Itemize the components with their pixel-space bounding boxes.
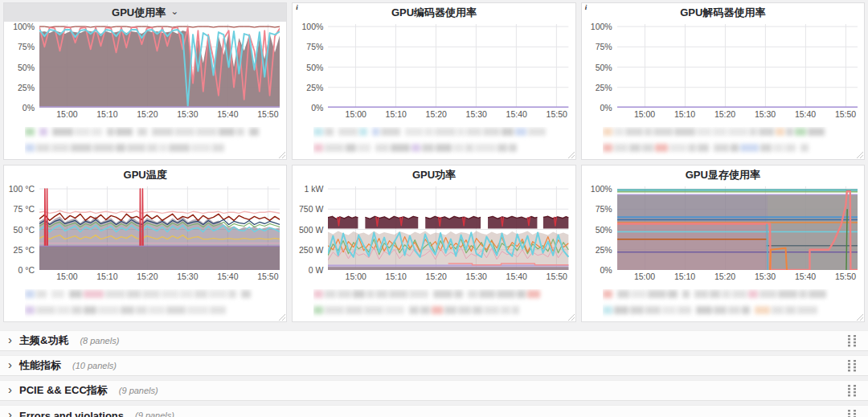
row-title: 主频&功耗 xyxy=(19,333,68,348)
panel-header-gpu-usage[interactable]: GPU使用率 ⌄ xyxy=(4,3,286,22)
row-perf-metrics[interactable]: › 性能指标 (10 panels) xyxy=(0,355,868,376)
x-axis: 15:0015:1015:2015:3015:4015:50 xyxy=(328,272,568,284)
legend-redacted-block xyxy=(785,306,796,314)
legend-redacted-block xyxy=(527,290,540,298)
legend-redacted-block xyxy=(778,290,797,298)
y-tick-label: 750 W xyxy=(299,204,323,214)
legend-color-swatch xyxy=(25,128,35,136)
legend-redacted-block xyxy=(358,144,371,152)
panel-resize-handle[interactable] xyxy=(567,151,575,158)
chart-plot-gpu-encoder[interactable] xyxy=(328,24,568,108)
chart-plot-gpu-temp[interactable] xyxy=(39,186,280,270)
y-tick-label: 50 °C xyxy=(14,225,35,235)
legend-redacted-block xyxy=(714,306,727,314)
x-tick-label: 15:00 xyxy=(346,272,366,281)
y-tick-label: 75% xyxy=(18,42,35,51)
legend-redacted-block xyxy=(614,306,628,314)
legend-redacted xyxy=(25,127,276,156)
legend-row-redacted[interactable] xyxy=(25,143,276,153)
chart-block: 0 W250 W500 W750 W1 kW xyxy=(293,186,568,270)
panel-resize-handle[interactable] xyxy=(278,313,285,321)
row-freq-power[interactable]: › 主频&功耗 (8 panels) xyxy=(0,330,868,351)
legend-redacted-block xyxy=(631,290,646,298)
legend-redacted-block xyxy=(219,128,235,136)
panel-resize-handle[interactable] xyxy=(278,151,285,158)
legend-redacted-block xyxy=(212,144,224,152)
legend-redacted-block xyxy=(444,306,457,314)
panel-header-gpu-decoder[interactable]: GPU解码器使用率 xyxy=(582,3,864,22)
legend-redacted-block xyxy=(71,144,92,152)
legend-redacted-block xyxy=(502,128,514,136)
x-axis: 15:0015:1015:2015:3015:4015:50 xyxy=(328,109,568,121)
legend-redacted-block xyxy=(376,290,387,298)
legend-redacted-block xyxy=(515,128,526,136)
row-drag-handle-icon[interactable] xyxy=(848,410,857,417)
collapsed-rows: › 主频&功耗 (8 panels) › 性能指标 (10 panels) › … xyxy=(0,330,868,417)
legend-redacted xyxy=(603,289,854,318)
panel-header-gpu-power[interactable]: GPU功率 xyxy=(293,166,575,184)
row-errors-violations[interactable]: › Errors and violations (9 panels) xyxy=(0,405,868,417)
panel-header-gpu-mem[interactable]: GPU显存使用率 xyxy=(582,166,864,184)
panel-resize-handle[interactable] xyxy=(856,151,863,158)
chart-canvas xyxy=(328,186,568,270)
legend-row-redacted[interactable] xyxy=(603,143,854,153)
legend-redacted xyxy=(25,289,276,318)
row-drag-handle-icon[interactable] xyxy=(848,335,857,347)
x-tick-label: 15:10 xyxy=(674,272,695,281)
panel-resize-handle[interactable] xyxy=(567,313,575,321)
legend-row-redacted[interactable] xyxy=(603,305,854,315)
legend-redacted-block xyxy=(698,144,709,152)
info-icon[interactable]: i xyxy=(585,4,588,11)
legend-row-redacted[interactable] xyxy=(25,305,276,315)
legend-row-redacted[interactable] xyxy=(313,289,565,299)
legend-redacted-block xyxy=(136,306,147,314)
chart-plot-gpu-usage[interactable] xyxy=(39,24,280,108)
y-tick-label: 75% xyxy=(596,204,612,214)
panel-header-gpu-temp[interactable]: GPU温度 xyxy=(4,166,286,184)
chart-plot-gpu-decoder[interactable] xyxy=(617,24,858,108)
panel-header-gpu-encoder[interactable]: GPU编码器使用率 xyxy=(293,3,575,22)
legend-redacted-block xyxy=(732,290,747,298)
x-tick-label: 15:20 xyxy=(137,109,158,119)
row-drag-handle-icon[interactable] xyxy=(848,360,857,372)
info-icon[interactable]: i xyxy=(296,4,298,11)
legend-redacted-block xyxy=(722,290,731,298)
legend-row-redacted[interactable] xyxy=(313,127,565,137)
x-tick-label: 15:00 xyxy=(634,272,655,281)
legend-row-redacted[interactable] xyxy=(603,289,854,299)
legend-redacted-block xyxy=(468,290,477,298)
legend-redacted-block xyxy=(422,144,434,152)
chart-canvas xyxy=(39,186,280,270)
x-tick-label: 15:20 xyxy=(426,109,447,119)
legend-redacted-block xyxy=(678,306,691,314)
x-tick-label: 15:30 xyxy=(177,272,198,281)
panel-resize-handle[interactable] xyxy=(856,313,863,321)
legend-redacted-block xyxy=(411,144,420,152)
legend-row-redacted[interactable] xyxy=(313,305,565,315)
legend-redacted-block xyxy=(149,306,165,314)
legend-redacted-block xyxy=(630,306,644,314)
legend-redacted-block xyxy=(509,144,517,152)
legend-redacted-block xyxy=(105,290,125,298)
x-tick-label: 15:20 xyxy=(714,272,735,281)
chart-plot-gpu-power[interactable] xyxy=(328,186,568,270)
x-tick-label: 15:30 xyxy=(755,109,776,119)
row-pcie-ecc[interactable]: › PCIE && ECC指标 (9 panels) xyxy=(0,380,868,401)
legend-redacted-block xyxy=(755,306,770,314)
legend-row-redacted[interactable] xyxy=(25,289,276,299)
row-drag-handle-icon[interactable] xyxy=(848,385,857,397)
legend-redacted-block xyxy=(713,128,727,136)
legend-redacted-block xyxy=(432,306,443,314)
legend-row-redacted[interactable] xyxy=(313,143,565,153)
legend-redacted-block xyxy=(785,144,796,152)
chart-plot-gpu-mem[interactable] xyxy=(617,186,858,270)
legend-redacted-block xyxy=(366,290,375,298)
legend-redacted-block xyxy=(809,290,826,298)
x-tick-label: 15:30 xyxy=(755,272,776,281)
y-tick-label: 50% xyxy=(18,63,35,72)
legend-redacted-block xyxy=(169,144,190,152)
legend-row-redacted[interactable] xyxy=(603,127,854,137)
legend-redacted-block xyxy=(209,290,227,298)
legend-row-redacted[interactable] xyxy=(25,127,276,137)
legend-redacted-block xyxy=(52,128,73,136)
